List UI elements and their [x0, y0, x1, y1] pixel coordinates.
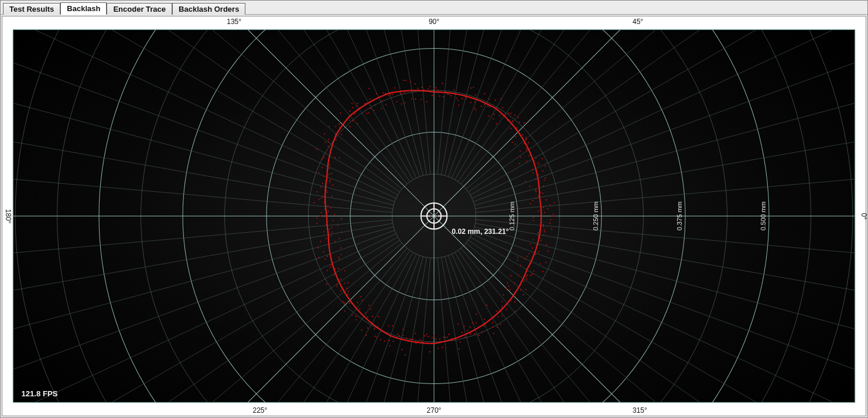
svg-point-1373 — [447, 94, 448, 95]
svg-point-1676 — [549, 223, 551, 224]
svg-point-1418 — [357, 103, 358, 104]
svg-point-1566 — [406, 338, 407, 339]
svg-point-1386 — [421, 87, 422, 88]
svg-point-1654 — [527, 256, 528, 257]
svg-point-1491 — [341, 232, 342, 233]
svg-point-1507 — [339, 259, 340, 260]
svg-point-1495 — [339, 238, 340, 239]
svg-point-1564 — [403, 335, 404, 336]
svg-point-1592 — [459, 348, 460, 349]
svg-point-1625 — [515, 311, 516, 312]
svg-point-1508 — [330, 264, 332, 265]
svg-point-1573 — [420, 339, 421, 340]
tab-backlash-orders[interactable]: Backlash Orders — [172, 3, 245, 15]
svg-point-1339 — [510, 113, 511, 114]
tab-encoder-trace[interactable]: Encoder Trace — [107, 3, 172, 15]
svg-point-1645 — [530, 275, 531, 276]
svg-point-1427 — [340, 113, 341, 114]
svg-point-1316 — [528, 155, 529, 156]
svg-point-1575 — [424, 335, 425, 337]
svg-point-1512 — [338, 268, 339, 269]
svg-line-183 — [517, 205, 518, 208]
svg-line-318 — [443, 299, 446, 300]
svg-line-673 — [422, 383, 428, 384]
svg-point-1670 — [538, 232, 539, 233]
svg-point-1331 — [524, 123, 525, 124]
svg-point-1587 — [447, 337, 448, 338]
tab-test-results[interactable]: Test Results — [3, 3, 60, 15]
svg-point-1616 — [497, 316, 498, 317]
svg-point-1568 — [410, 338, 411, 339]
svg-point-1420 — [351, 103, 353, 104]
svg-point-1473 — [313, 202, 315, 203]
svg-point-1611 — [492, 327, 493, 328]
fps-label: 121.8 FPS — [21, 389, 57, 398]
angle-label-270: 270° — [427, 406, 442, 414]
svg-point-1349 — [495, 100, 496, 101]
svg-point-1581 — [435, 338, 436, 339]
svg-point-1288 — [529, 203, 531, 205]
svg-point-1586 — [445, 337, 446, 338]
svg-point-1496 — [334, 241, 336, 242]
svg-point-1380 — [433, 88, 435, 89]
svg-point-1493 — [326, 237, 327, 239]
svg-point-1450 — [322, 158, 323, 159]
svg-point-1350 — [489, 106, 490, 107]
svg-point-1603 — [479, 335, 480, 336]
svg-point-1649 — [517, 260, 518, 261]
angle-label-135: 135° — [227, 18, 241, 26]
svg-point-1646 — [532, 274, 533, 275]
angle-label-180: 180° — [4, 209, 12, 223]
svg-point-1490 — [332, 232, 333, 233]
svg-point-1403 — [388, 95, 389, 96]
svg-point-1599 — [470, 333, 471, 334]
svg-point-1546 — [367, 328, 368, 329]
svg-point-1475 — [330, 207, 331, 208]
svg-point-1680 — [555, 215, 556, 216]
svg-point-1552 — [376, 337, 377, 338]
svg-point-1454 — [322, 167, 323, 168]
svg-point-1295 — [535, 191, 536, 192]
svg-point-1347 — [500, 98, 501, 99]
svg-point-1425 — [352, 120, 353, 121]
svg-point-1554 — [380, 339, 381, 340]
svg-point-1595 — [462, 332, 463, 333]
svg-point-1460 — [329, 182, 330, 183]
tab-backlash[interactable]: Backlash — [60, 2, 107, 15]
svg-point-1315 — [519, 163, 520, 164]
cursor-readout: 0.02 mm, 231.21° — [452, 227, 508, 236]
svg-point-1518 — [340, 278, 341, 280]
svg-point-1474 — [327, 205, 329, 206]
angle-label-315: 315° — [633, 406, 647, 414]
svg-point-1411 — [374, 104, 375, 106]
svg-point-1398 — [401, 103, 402, 104]
svg-point-1633 — [507, 283, 508, 284]
svg-point-1320 — [526, 148, 527, 149]
svg-point-1469 — [323, 196, 324, 197]
svg-point-1379 — [435, 87, 436, 89]
svg-point-1442 — [324, 141, 326, 142]
svg-point-1439 — [324, 133, 325, 134]
svg-point-1479 — [334, 214, 335, 215]
svg-point-1363 — [466, 97, 467, 98]
svg-point-1419 — [356, 105, 357, 106]
svg-line-266 — [351, 205, 351, 208]
svg-point-1447 — [316, 148, 317, 149]
svg-point-1516 — [326, 284, 327, 285]
svg-point-1366 — [458, 104, 459, 106]
svg-point-1455 — [331, 173, 332, 174]
svg-point-1401 — [392, 94, 393, 95]
svg-point-1424 — [357, 123, 358, 124]
svg-point-1301 — [545, 177, 546, 178]
svg-point-1322 — [528, 142, 529, 143]
svg-point-1443 — [327, 146, 329, 147]
svg-point-1446 — [334, 157, 336, 158]
svg-point-1650 — [542, 271, 544, 272]
svg-point-1441 — [328, 141, 329, 142]
svg-point-1594 — [457, 324, 459, 325]
svg-point-1596 — [464, 337, 466, 338]
polar-chart[interactable]: 0.02 mm, 231.21° 0.125 mm0.250 mm0.375 m… — [2, 16, 866, 416]
svg-point-1577 — [428, 336, 429, 337]
svg-point-1384 — [426, 101, 428, 102]
svg-point-1346 — [494, 114, 495, 115]
